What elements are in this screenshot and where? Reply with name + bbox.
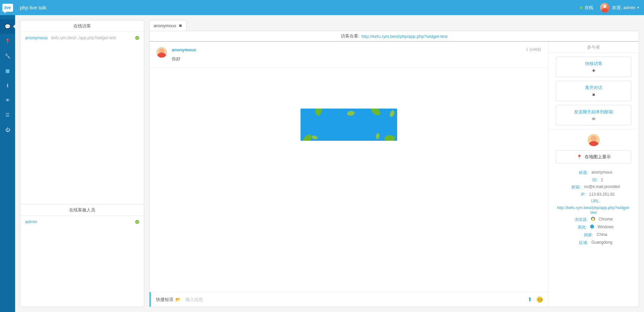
show-map-label: 在地图上显示 — [585, 154, 611, 160]
info-title-label: 标题: — [575, 170, 588, 176]
online-status-text[interactable]: 在线 — [585, 5, 593, 11]
participants-panel: 参与者 转移访客 ✚ 离开对话 ✖ 发送聊天副本到邮箱 — [548, 42, 639, 307]
visitor-name: anonymous — [25, 35, 48, 40]
sidebar-nav: 💬 📍 🔧 ▦ ℹ 👁 ☰ ⏻ — [0, 15, 15, 312]
online-visitors-title: 在线访客 — [20, 20, 144, 32]
message-text: 你好 — [172, 56, 541, 62]
leave-conversation-button[interactable]: 离开对话 ✖ — [556, 81, 631, 101]
info-country-value: China — [597, 232, 607, 238]
chat-message: anonymous 1 分钟前 你好 — [150, 42, 548, 68]
sender-avatar-icon — [156, 47, 167, 58]
info-url-label: URL: — [587, 199, 600, 203]
info-region-value: Guangdong — [591, 240, 612, 246]
online-agents-panel: 在线客服人员 admin ✓ — [20, 204, 144, 307]
sender-name: anonymous — [172, 47, 196, 52]
visitor-current-url-bar: 访客在看: http://kefu.rym.best/php/app.php?w… — [149, 31, 639, 42]
welcome-text: 欢迎, admin — [612, 5, 635, 11]
sidebar-item-tools[interactable]: 🔧 — [0, 49, 15, 63]
message-time: 1 分钟前 — [526, 47, 541, 53]
sidebar-item-logout[interactable]: ⏻ — [0, 122, 15, 137]
online-agents-title: 在线客服人员 — [20, 204, 144, 216]
pin-icon: 📍 — [5, 39, 10, 44]
info-id-value: 2 — [601, 178, 603, 182]
sidebar-item-reports[interactable]: ☰ — [0, 108, 15, 122]
emoji-icon[interactable] — [537, 297, 543, 303]
message-composer: 快捷短语 📂 ⬆ — [150, 292, 548, 307]
bars-icon: ☰ — [5, 112, 10, 118]
info-ip-label: IP: — [572, 192, 586, 197]
sidebar-item-widgets[interactable]: ▦ — [0, 63, 15, 78]
info-ip-value: 113.83.251.82 — [589, 192, 615, 197]
online-visitors-panel: 在线访客 anonymous kefu.rym.best/../app.php?… — [20, 20, 144, 204]
plus-icon: ✚ — [592, 68, 595, 73]
info-email-value: no@e.mail.provided — [584, 184, 620, 190]
send-transcript-button[interactable]: 发送聊天副本到邮箱 ✉ — [556, 105, 631, 125]
info-title-value: anonymous — [591, 170, 612, 176]
conversation-tabs: anonymous ✖ — [149, 20, 639, 31]
info-region-label: 区域: — [575, 240, 588, 246]
info-browser-value: Chrome — [598, 217, 613, 223]
info-email-label: 邮箱: — [567, 184, 581, 190]
transfer-label: 转移访客 — [559, 61, 628, 67]
app-title: php live talk — [20, 5, 46, 10]
visitor-url: kefu.rym.best/../app.php?widget-test — [51, 36, 116, 40]
power-icon: ⏻ — [5, 127, 10, 132]
eye-icon: 👁 — [5, 98, 10, 103]
grid-icon: ▦ — [5, 68, 10, 73]
visitor-online-icon: ✓ — [135, 36, 139, 40]
top-header: live php live talk 在线 欢迎, admin ▾ — [0, 0, 644, 15]
map-pin-icon: 📍 — [577, 154, 582, 160]
urlbar-prefix: 访客在看: — [341, 33, 360, 39]
transfer-visitor-button[interactable]: 转移访客 ✚ — [556, 57, 631, 77]
windows-icon — [590, 225, 594, 229]
sidebar-item-view[interactable]: 👁 — [0, 93, 15, 108]
guest-avatar-icon — [588, 134, 600, 146]
info-icon: ℹ — [7, 83, 8, 88]
online-status-dot-icon — [580, 6, 583, 9]
conversation-tab[interactable]: anonymous ✖ — [149, 20, 186, 31]
visitor-item[interactable]: anonymous kefu.rym.best/../app.php?widge… — [20, 32, 144, 44]
info-os-value: Windows — [597, 225, 614, 230]
sidebar-item-chat[interactable]: 💬 — [0, 19, 15, 34]
show-on-map-button[interactable]: 📍 在地图上显示 — [556, 150, 631, 164]
participants-title: 参与者 — [548, 42, 639, 53]
message-input[interactable] — [185, 297, 523, 302]
chevron-down-icon[interactable]: ▾ — [637, 6, 639, 9]
quick-phrases-button[interactable]: 快捷短语 📂 — [156, 297, 181, 303]
info-url-value[interactable]: http://kefu.rym.best/php/app.php?widget-… — [556, 204, 631, 216]
close-icon[interactable]: ✖ — [179, 23, 182, 28]
chat-messages: anonymous 1 分钟前 你好 — [150, 42, 548, 292]
guest-info: 标题:anonymous ID:2 邮箱:no@e.mail.provided … — [548, 169, 639, 247]
app-logo[interactable]: live — [0, 0, 15, 15]
mail-icon: ✉ — [592, 117, 595, 121]
sidebar-item-info[interactable]: ℹ — [0, 78, 15, 93]
agent-online-icon: ✓ — [135, 220, 139, 224]
chat-icon: 💬 — [5, 24, 10, 29]
chat-bubble-icon: live — [2, 4, 13, 12]
close-icon: ✖ — [592, 92, 595, 97]
agent-item[interactable]: admin ✓ — [20, 216, 144, 228]
tab-label: anonymous — [154, 23, 176, 28]
wrench-icon: 🔧 — [5, 53, 10, 59]
info-id-label: ID: — [584, 178, 597, 182]
quick-phrases-label: 快捷短语 — [156, 297, 173, 303]
upload-icon[interactable]: ⬆ — [528, 296, 532, 303]
send-mail-label: 发送聊天副本到邮箱 — [559, 109, 628, 115]
info-country-label: 国家: — [580, 232, 593, 238]
info-os-label: 系统: — [573, 225, 587, 230]
visitor-url-link[interactable]: http://kefu.rym.best/php/app.php?widget-… — [362, 34, 448, 39]
ad-banner[interactable] — [301, 109, 397, 141]
folder-icon: 📂 — [175, 297, 181, 302]
info-browser-label: 浏览器: — [574, 217, 588, 223]
sidebar-item-location[interactable]: 📍 — [0, 34, 15, 49]
agent-name: admin — [25, 219, 37, 224]
leave-label: 离开对话 — [559, 85, 628, 91]
chrome-icon — [591, 217, 595, 221]
user-avatar-icon[interactable] — [600, 3, 609, 12]
